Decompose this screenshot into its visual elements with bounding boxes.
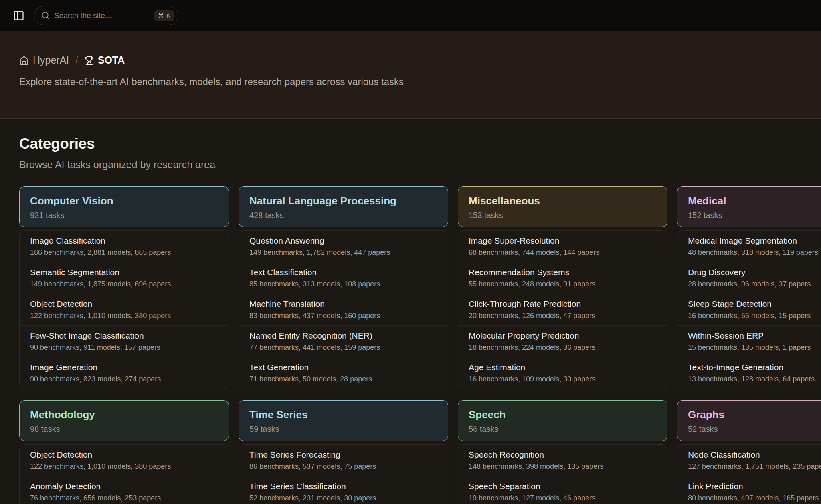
breadcrumb: HyperAI / SOTA	[19, 54, 802, 66]
category-card[interactable]: Medical 152 tasks	[677, 186, 821, 227]
task-list-item[interactable]: Node Classification 127 benchmarks, 1,75…	[677, 445, 821, 476]
task-stats: 90 benchmarks, 823 models, 274 papers	[30, 374, 218, 384]
task-stats: 16 benchmarks, 109 models, 30 papers	[469, 374, 657, 384]
category-section: Methodology 98 tasks Object Detection 12…	[19, 400, 229, 504]
category-card[interactable]: Graphs 52 tasks	[677, 400, 821, 441]
task-list-item[interactable]: Machine Translation 83 benchmarks, 437 m…	[239, 294, 448, 326]
task-list-item[interactable]: Anomaly Detection 76 benchmarks, 656 mod…	[20, 476, 229, 504]
categories-grid: Computer Vision 921 tasks Image Classifi…	[19, 186, 821, 504]
task-list-item[interactable]: Molecular Property Prediction 18 benchma…	[458, 326, 667, 357]
task-stats: 149 benchmarks, 1,875 models, 696 papers	[30, 279, 218, 289]
task-list: Medical Image Segmentation 48 benchmarks…	[677, 230, 821, 389]
task-list-item[interactable]: Text Generation 71 benchmarks, 50 models…	[239, 357, 448, 389]
breadcrumb-separator: /	[75, 55, 78, 66]
task-name: Molecular Property Prediction	[469, 331, 657, 341]
task-list-item[interactable]: Recommendation Systems 55 benchmarks, 24…	[458, 262, 667, 294]
breadcrumb-current-label: SOTA	[98, 54, 125, 66]
home-icon	[19, 56, 29, 65]
task-name: Few-Shot Image Classification	[30, 331, 218, 341]
task-stats: 166 benchmarks, 2,881 models, 865 papers	[30, 248, 218, 257]
category-card[interactable]: Miscellaneous 153 tasks	[458, 186, 667, 227]
categories-subtitle: Browse AI tasks organized by research ar…	[19, 159, 821, 171]
task-name: Text Classification	[249, 267, 437, 278]
task-name: Recommendation Systems	[469, 267, 657, 278]
task-list: Image Classification 166 benchmarks, 2,8…	[19, 230, 229, 389]
task-name: Question Answering	[249, 236, 437, 246]
task-stats: 15 benchmarks, 135 models, 1 papers	[688, 343, 821, 352]
task-list-item[interactable]: Object Detection 122 benchmarks, 1,010 m…	[20, 445, 229, 476]
task-name: Image Generation	[30, 362, 218, 373]
task-list-item[interactable]: Medical Image Segmentation 48 benchmarks…	[677, 231, 821, 262]
task-list-item[interactable]: Speech Recognition 148 benchmarks, 398 m…	[458, 445, 667, 476]
task-list-item[interactable]: Within-Session ERP 15 benchmarks, 135 mo…	[677, 326, 821, 357]
category-title: Time Series	[249, 408, 437, 421]
top-bar: Search the site... ⌘ K	[0, 0, 821, 31]
task-list-item[interactable]: Text Classification 85 benchmarks, 313 m…	[239, 262, 448, 294]
task-stats: 55 benchmarks, 248 models, 91 papers	[469, 279, 657, 289]
task-list-item[interactable]: Age Estimation 16 benchmarks, 109 models…	[458, 357, 667, 389]
task-name: Speech Recognition	[469, 450, 657, 460]
panel-left-icon	[13, 10, 24, 21]
breadcrumb-current: SOTA	[85, 54, 125, 66]
trophy-icon	[85, 56, 94, 65]
category-card[interactable]: Time Series 59 tasks	[239, 400, 448, 441]
task-stats: 80 benchmarks, 497 models, 165 papers	[688, 493, 821, 503]
task-stats: 86 benchmarks, 537 models, 75 papers	[249, 462, 437, 471]
task-name: Link Prediction	[688, 481, 821, 492]
breadcrumb-home-link[interactable]: HyperAI	[19, 54, 69, 66]
task-list-item[interactable]: Named Entity Recognition (NER) 77 benchm…	[239, 326, 448, 357]
task-list-item[interactable]: Drug Discovery 28 benchmarks, 96 models,…	[677, 262, 821, 294]
task-list-item[interactable]: Link Prediction 80 benchmarks, 497 model…	[677, 476, 821, 504]
task-list-item[interactable]: Image Generation 90 benchmarks, 823 mode…	[20, 357, 229, 389]
task-list-item[interactable]: Image Classification 166 benchmarks, 2,8…	[20, 231, 229, 262]
task-list-item[interactable]: Image Super-Resolution 68 benchmarks, 74…	[458, 231, 667, 262]
task-list-item[interactable]: Semantic Segmentation 149 benchmarks, 1,…	[20, 262, 229, 294]
task-stats: 68 benchmarks, 744 models, 144 papers	[469, 248, 657, 257]
category-card[interactable]: Natural Language Processing 428 tasks	[239, 186, 448, 227]
task-stats: 77 benchmarks, 441 models, 159 papers	[249, 343, 437, 352]
category-task-count: 152 tasks	[688, 210, 821, 220]
category-task-count: 428 tasks	[249, 210, 437, 220]
category-task-count: 56 tasks	[469, 424, 657, 434]
search-shortcut-badge: ⌘ K	[154, 10, 174, 21]
task-name: Time Series Forecasting	[249, 450, 437, 460]
task-stats: 19 benchmarks, 127 models, 46 papers	[469, 493, 657, 503]
category-section: Graphs 52 tasks Node Classification 127 …	[677, 400, 821, 504]
task-name: Age Estimation	[469, 362, 657, 373]
task-list-item[interactable]: Question Answering 149 benchmarks, 1,782…	[239, 231, 448, 262]
task-list-item[interactable]: Object Detection 122 benchmarks, 1,010 m…	[20, 294, 229, 326]
task-name: Image Super-Resolution	[469, 236, 657, 246]
task-list-item[interactable]: Time Series Classification 52 benchmarks…	[239, 476, 448, 504]
category-section: Time Series 59 tasks Time Series Forecas…	[239, 400, 448, 504]
category-task-count: 98 tasks	[30, 424, 218, 434]
category-task-count: 921 tasks	[30, 210, 218, 220]
task-name: Object Detection	[30, 299, 218, 309]
task-stats: 28 benchmarks, 96 models, 37 papers	[688, 279, 821, 289]
task-stats: 18 benchmarks, 224 models, 36 papers	[469, 343, 657, 352]
task-stats: 48 benchmarks, 318 models, 119 papers	[688, 248, 821, 257]
search-placeholder: Search the site...	[54, 11, 111, 20]
task-list-item[interactable]: Sleep Stage Detection 16 benchmarks, 55 …	[677, 294, 821, 326]
category-section: Miscellaneous 153 tasks Image Super-Reso…	[458, 186, 667, 389]
task-list-item[interactable]: Few-Shot Image Classification 90 benchma…	[20, 326, 229, 357]
category-title: Methodology	[30, 408, 218, 421]
task-name: Object Detection	[30, 450, 218, 460]
task-list-item[interactable]: Text-to-Image Generation 13 benchmarks, …	[677, 357, 821, 389]
category-card[interactable]: Methodology 98 tasks	[19, 400, 229, 441]
task-name: Speech Separation	[469, 481, 657, 492]
category-card[interactable]: Speech 56 tasks	[458, 400, 667, 441]
task-list-item[interactable]: Time Series Forecasting 86 benchmarks, 5…	[239, 445, 448, 476]
task-list: Node Classification 127 benchmarks, 1,75…	[677, 444, 821, 504]
task-stats: 148 benchmarks, 398 models, 135 papers	[469, 462, 657, 471]
search-input[interactable]: Search the site... ⌘ K	[34, 6, 178, 25]
category-title: Speech	[469, 408, 657, 421]
task-list-item[interactable]: Speech Separation 19 benchmarks, 127 mod…	[458, 476, 667, 504]
task-name: Click-Through Rate Prediction	[469, 299, 657, 309]
sidebar-toggle-button[interactable]	[11, 8, 27, 24]
task-list: Time Series Forecasting 86 benchmarks, 5…	[239, 444, 448, 504]
task-name: Sleep Stage Detection	[688, 299, 821, 309]
task-list-item[interactable]: Click-Through Rate Prediction 20 benchma…	[458, 294, 667, 326]
category-card[interactable]: Computer Vision 921 tasks	[19, 186, 229, 227]
task-stats: 13 benchmarks, 128 models, 64 papers	[688, 374, 821, 384]
category-title: Graphs	[688, 408, 821, 421]
